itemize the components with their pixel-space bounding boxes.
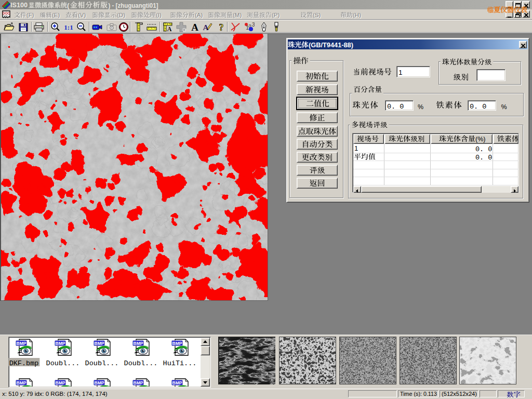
svg-text:DOC: DOC [3, 11, 10, 15]
svg-text:A: A [191, 22, 198, 33]
svg-text:?: ? [219, 22, 224, 33]
svg-text:3: 3 [252, 22, 255, 28]
svg-text:1:1: 1:1 [64, 23, 73, 31]
svg-text:A: A [167, 25, 172, 33]
